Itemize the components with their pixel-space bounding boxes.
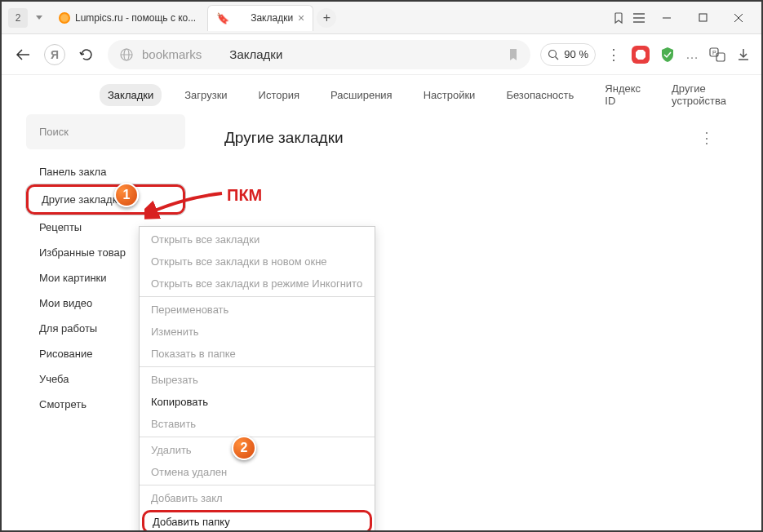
back-button[interactable] xyxy=(11,43,34,66)
tab-title: Lumpics.ru - помощь с кo... xyxy=(75,12,196,24)
nav-tab-security[interactable]: Безопасность xyxy=(498,84,582,106)
address-bar[interactable]: bookmarks Закладки xyxy=(108,40,530,69)
shield-icon[interactable] xyxy=(659,47,676,63)
adblock-icon[interactable] xyxy=(632,46,650,64)
cm-undo-delete[interactable]: Отмена удален xyxy=(140,461,375,483)
svg-marker-12 xyxy=(636,50,645,60)
translate-icon[interactable]: P xyxy=(709,47,725,63)
search-input[interactable]: Поиск xyxy=(26,114,185,149)
lumpics-favicon-icon xyxy=(59,12,70,24)
cm-open-all-incognito[interactable]: Открыть все закладки в режиме Инкогнито xyxy=(140,273,375,295)
cm-delete[interactable]: Удалить xyxy=(140,439,375,461)
svg-point-10 xyxy=(549,50,557,57)
zoom-icon xyxy=(548,49,559,60)
reload-button[interactable] xyxy=(75,43,98,66)
panel-menu-button[interactable]: ⋮ xyxy=(699,129,714,147)
nav-tab-history[interactable]: История xyxy=(251,84,308,106)
titlebar: 2 Lumpics.ru - помощь с кo... 🔖 Закладки… xyxy=(2,2,761,34)
bookmark-menu-icon[interactable] xyxy=(611,10,628,26)
cm-rename[interactable]: Переименовать xyxy=(140,299,375,321)
nav-tab-devices[interactable]: Другие устройства xyxy=(663,78,734,112)
address-title: Закладки xyxy=(229,47,282,61)
main-header: Другие закладки ⋮ xyxy=(202,114,737,162)
cm-open-all[interactable]: Открыть все закладки xyxy=(140,228,375,250)
svg-line-11 xyxy=(556,56,559,60)
kebab-menu[interactable]: ⋮ xyxy=(606,47,622,63)
zoom-control[interactable]: 90 % xyxy=(540,43,596,66)
main-menu-icon[interactable] xyxy=(631,10,647,26)
annotation-badge-1: 1 xyxy=(114,183,139,207)
bookmark-favicon-icon: 🔖 xyxy=(216,12,229,24)
address-protocol: bookmarks xyxy=(142,47,202,61)
context-menu: Открыть все закладки Открыть все закладк… xyxy=(139,226,375,532)
tab-close-button[interactable]: × xyxy=(298,11,304,24)
cm-edit[interactable]: Изменить xyxy=(140,321,375,343)
cm-cut[interactable]: Вырезать xyxy=(140,369,375,391)
new-tab-button[interactable]: + xyxy=(317,8,336,28)
annotation-arrow-icon xyxy=(144,189,226,222)
site-info-icon[interactable] xyxy=(119,47,134,62)
nav-tabs: Закладки Загрузки История Расширения Нас… xyxy=(2,75,761,114)
tab-bookmarks[interactable]: 🔖 Закладки × xyxy=(207,5,313,31)
cm-add-folder[interactable]: Добавить папку xyxy=(142,510,372,532)
nav-tab-downloads[interactable]: Загрузки xyxy=(176,84,235,106)
tab-title: Закладки xyxy=(251,12,293,24)
toolbar: Я bookmarks Закладки 90 % ⋮ … P xyxy=(2,34,761,75)
maximize-button[interactable] xyxy=(686,2,719,34)
bookmark-page-icon[interactable] xyxy=(508,48,519,61)
minimize-button[interactable] xyxy=(650,2,683,34)
tab-dropdown[interactable] xyxy=(31,8,47,28)
cm-copy[interactable]: Копировать xyxy=(140,391,375,413)
tab-count-badge[interactable]: 2 xyxy=(8,8,28,28)
nav-tab-settings[interactable]: Настройки xyxy=(415,84,484,106)
nav-tab-yandexid[interactable]: Яндекс ID xyxy=(597,78,649,112)
cm-show-folder[interactable]: Показать в папке xyxy=(140,343,375,365)
cm-open-all-new[interactable]: Открыть все закладки в новом окне xyxy=(140,250,375,273)
tab-lumpics[interactable]: Lumpics.ru - помощь с кo... xyxy=(51,5,204,31)
cm-paste[interactable]: Вставить xyxy=(140,413,375,435)
svg-rect-4 xyxy=(699,14,707,21)
zoom-value: 90 % xyxy=(564,48,588,60)
more-extensions[interactable]: … xyxy=(685,47,699,62)
content: Поиск Панель заклa Другие закладки Рецеп… xyxy=(2,114,761,417)
page-title: Другие закладки xyxy=(224,129,699,147)
annotation-badge-2: 2 xyxy=(232,436,256,460)
close-button[interactable] xyxy=(722,2,755,34)
annotation-pkm-label: ПКМ xyxy=(227,186,262,205)
nav-tab-bookmarks[interactable]: Закладки xyxy=(100,84,162,106)
svg-text:P: P xyxy=(712,50,716,55)
yandex-logo-icon[interactable]: Я xyxy=(44,44,65,65)
nav-tab-extensions[interactable]: Расширения xyxy=(322,84,401,106)
folder-bookmark-bar[interactable]: Панель заклa xyxy=(26,159,185,184)
cm-add-bookmark[interactable]: Добавить закл xyxy=(140,487,375,509)
downloads-icon[interactable] xyxy=(735,47,752,63)
